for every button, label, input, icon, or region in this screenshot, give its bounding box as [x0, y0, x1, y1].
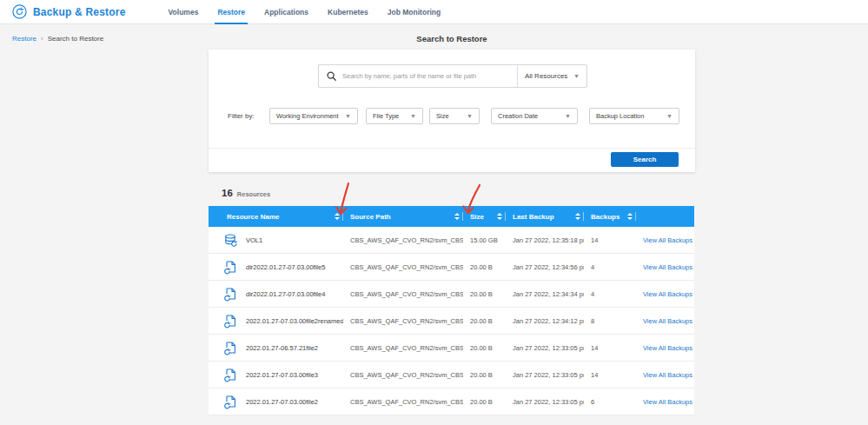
- filter-dropdown-working-environment[interactable]: Working Environment▼: [269, 108, 358, 124]
- size-cell: 20.00 B: [463, 290, 506, 298]
- filter-row: Filter by: Working Environment▼File Type…: [209, 108, 695, 124]
- chevron-down-icon: ▼: [345, 113, 351, 119]
- file-icon: [223, 260, 238, 275]
- view-all-backups-link[interactable]: View All Backups: [643, 290, 692, 298]
- nav-item-applications[interactable]: Applications: [255, 0, 318, 24]
- card-divider: [209, 148, 695, 149]
- nav-item-restore[interactable]: Restore: [208, 0, 255, 24]
- top-bar: Backup & Restore VolumesRestoreApplicati…: [0, 0, 868, 24]
- resource-name: 2022.01.27-07.03.00file2renamed: [246, 317, 343, 325]
- column-header-backups: Backups: [584, 206, 636, 227]
- column-header-last-backup: Last Backup: [506, 206, 584, 227]
- backups-count-cell: 14: [584, 371, 636, 379]
- column-label: Source Path: [343, 213, 391, 221]
- action-cell: View All Backups: [636, 317, 694, 325]
- column-header-size: Size: [463, 206, 506, 227]
- view-all-backups-link[interactable]: View All Backups: [643, 344, 692, 352]
- sort-icon[interactable]: [454, 213, 460, 220]
- action-cell: View All Backups: [636, 290, 694, 298]
- sort-icon[interactable]: [575, 213, 580, 220]
- search-icon: [327, 71, 336, 81]
- view-all-backups-link[interactable]: View All Backups: [643, 317, 692, 325]
- view-all-backups-link[interactable]: View All Backups: [643, 263, 692, 271]
- table-header-row: Resource NameSource PathSizeLast BackupB…: [209, 206, 694, 227]
- filter-by-label: Filter by:: [228, 112, 255, 120]
- last-backup-cell: Jan 27 2022, 12:33:05 pm: [506, 398, 584, 406]
- resource-name-cell: 2022.01.27-07.03.00file2: [209, 395, 343, 409]
- chevron-down-icon: ▼: [573, 73, 580, 79]
- file-icon: [223, 341, 238, 355]
- chevron-down-icon: ▼: [410, 113, 416, 119]
- filter-dropdown-size[interactable]: Size▼: [429, 108, 480, 124]
- app-logo: Backup & Restore: [12, 4, 126, 19]
- backups-count-cell: 8: [584, 317, 636, 325]
- filter-dropdown-backup-location[interactable]: Backup Location▼: [589, 108, 679, 124]
- chevron-down-icon: ▼: [565, 113, 571, 119]
- resources-table: Resource NameSource PathSizeLast BackupB…: [209, 206, 694, 415]
- resource-name-cell: VOL1: [209, 233, 343, 248]
- top-nav: VolumesRestoreApplicationsKubernetesJob …: [159, 0, 451, 24]
- nav-item-volumes[interactable]: Volumes: [159, 0, 209, 24]
- view-all-backups-link[interactable]: View All Backups: [643, 371, 692, 379]
- file-icon: [223, 395, 238, 409]
- resource-name: 2022.01.27-07.03.00file3: [246, 371, 318, 379]
- breadcrumb-restore-link[interactable]: Restore: [12, 35, 36, 43]
- breadcrumb-current: Search to Restore: [48, 35, 103, 43]
- results-summary: 16 Resources: [222, 188, 270, 198]
- table-row: 2022.01.27-06.57.21file2 CBS_AWS_QAF_CVO…: [209, 335, 694, 362]
- last-backup-cell: Jan 27 2022, 12:33:05 pm: [506, 344, 584, 352]
- backups-count-cell: 14: [584, 236, 636, 244]
- table-body: VOL1 CBS_AWS_QAF_CVO_RN2/svm_CBS_AWS_QAF…: [209, 227, 694, 415]
- file-icon: [223, 287, 238, 302]
- nav-item-kubernetes[interactable]: Kubernetes: [318, 0, 378, 24]
- source-path-cell: CBS_AWS_QAF_CVO_RN2/svm_CBS_AWS_QAF...: [343, 398, 463, 406]
- size-cell: 20.00 B: [463, 398, 506, 406]
- search-input-wrap: [319, 65, 517, 87]
- search-bar: All Resources ▼: [318, 64, 587, 88]
- backups-count-cell: 6: [584, 398, 636, 406]
- last-backup-cell: Jan 27 2022, 12:34:12 pm: [506, 317, 584, 325]
- last-backup-cell: Jan 27 2022, 12:35:18 pm: [506, 236, 584, 244]
- resource-scope-select[interactable]: All Resources ▼: [517, 65, 586, 87]
- chevron-down-icon: ▼: [666, 113, 673, 119]
- size-cell: 15.00 GB: [463, 236, 506, 244]
- action-cell: View All Backups: [636, 371, 694, 379]
- view-all-backups-link[interactable]: View All Backups: [643, 236, 692, 244]
- results-count: 16: [222, 188, 233, 198]
- table-row: VOL1 CBS_AWS_QAF_CVO_RN2/svm_CBS_AWS_QAF…: [209, 227, 694, 254]
- volume-icon: [223, 233, 238, 248]
- source-path-cell: CBS_AWS_QAF_CVO_RN2/svm_CBS_AWS_QAF...: [343, 317, 463, 325]
- resource-name: dir2022.01.27-07.03.00file4: [246, 290, 325, 298]
- file-icon: [223, 368, 238, 382]
- sort-icon[interactable]: [627, 213, 633, 220]
- size-cell: 20.00 B: [463, 263, 506, 271]
- resource-name: dir2022.01.27-07.03.00file5: [246, 263, 325, 271]
- filter-dropdown-file-type[interactable]: File Type▼: [366, 108, 423, 124]
- table-row: 2022.01.27-07.03.00file2 CBS_AWS_QAF_CVO…: [209, 388, 694, 415]
- file-icon: [223, 314, 238, 329]
- search-button[interactable]: Search: [611, 152, 679, 167]
- view-all-backups-link[interactable]: View All Backups: [643, 398, 692, 406]
- filter-dropdown-creation-date[interactable]: Creation Date▼: [491, 108, 578, 124]
- sort-icon[interactable]: [497, 213, 502, 220]
- backups-count-cell: 14: [584, 344, 636, 352]
- search-input[interactable]: [342, 72, 509, 80]
- backups-count-cell: 4: [584, 263, 636, 271]
- sort-icon[interactable]: [335, 213, 340, 220]
- column-label: Last Backup: [506, 213, 554, 221]
- action-cell: View All Backups: [636, 263, 694, 271]
- resource-name-cell: 2022.01.27-06.57.21file2: [209, 341, 343, 355]
- last-backup-cell: Jan 27 2022, 12:34:34 pm: [506, 290, 584, 298]
- app-title: Backup & Restore: [33, 6, 126, 18]
- column-label: Size: [463, 213, 484, 221]
- size-cell: 20.00 B: [463, 317, 506, 325]
- column-header-resource-name: Resource Name: [209, 206, 343, 227]
- resource-name-cell: dir2022.01.27-07.03.00file5: [209, 260, 343, 275]
- table-row: dir2022.01.27-07.03.00file5 CBS_AWS_QAF_…: [209, 254, 694, 281]
- nav-item-job-monitoring[interactable]: Job Monitoring: [378, 0, 450, 24]
- table-row: dir2022.01.27-07.03.00file4 CBS_AWS_QAF_…: [209, 281, 694, 308]
- last-backup-cell: Jan 27 2022, 12:33:05 pm: [506, 371, 584, 379]
- source-path-cell: CBS_AWS_QAF_CVO_RN2/svm_CBS_AWS_QAF...: [343, 236, 463, 244]
- last-backup-cell: Jan 27 2022, 12:34:56 pm: [506, 263, 584, 271]
- source-path-cell: CBS_AWS_QAF_CVO_RN2/svm_CBS_AWS_QAF...: [343, 371, 463, 379]
